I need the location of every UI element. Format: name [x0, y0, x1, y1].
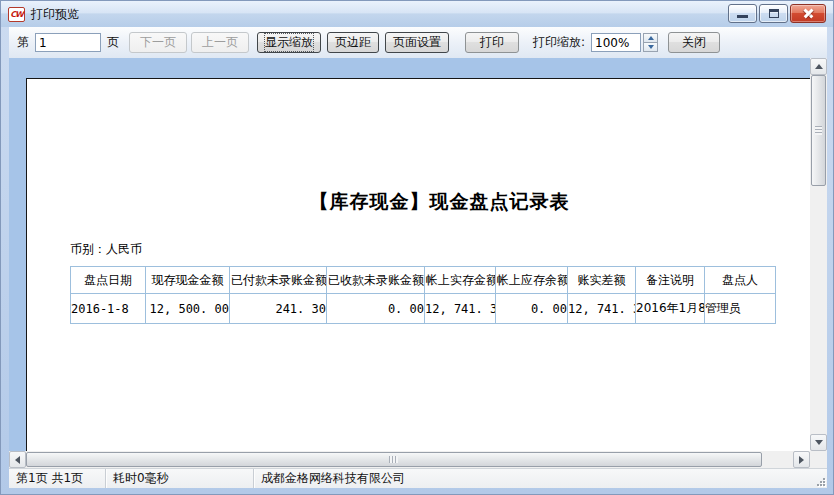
print-zoom-label: 打印缩放:	[533, 34, 585, 51]
spin-up-icon	[648, 36, 654, 40]
scrollbar-corner	[810, 451, 827, 468]
minimize-icon	[737, 15, 748, 18]
col-header: 已付款未录账金额	[230, 267, 327, 294]
col-header: 盘点日期	[71, 267, 146, 294]
vertical-scrollbar-thumb[interactable]	[811, 75, 826, 186]
vertical-scrollbar[interactable]	[810, 58, 827, 451]
cell-inventory-person: 管理员	[705, 294, 776, 324]
table-header-row: 盘点日期 现存现金金额 已付款未录账金额 已收款未录账金额 帐上实存金额 帐上应…	[71, 267, 776, 294]
col-header: 帐上实存金额	[425, 267, 496, 294]
cell-book-expected: 0. 00	[496, 294, 568, 324]
scroll-up-icon	[815, 64, 823, 69]
spin-down-icon	[648, 45, 654, 49]
close-icon	[802, 8, 815, 19]
cell-cash-on-hand: 12, 500. 00	[146, 294, 230, 324]
cell-remark: 2016年1月8日	[636, 294, 705, 324]
horizontal-scrollbar-thumb[interactable]	[26, 452, 762, 467]
scroll-down-icon	[815, 440, 823, 445]
spin-up-button[interactable]	[643, 33, 658, 43]
col-header: 帐上应存余额	[496, 267, 568, 294]
spin-down-button[interactable]	[643, 43, 658, 52]
status-company: 成都金格网络科技有限公司	[254, 469, 827, 488]
page-number-suffix-label: 页	[107, 34, 119, 51]
scroll-up-button[interactable]	[810, 58, 827, 75]
close-button[interactable]	[790, 4, 826, 23]
page-margins-button[interactable]: 页边距	[327, 32, 379, 53]
resize-grip[interactable]	[815, 476, 825, 486]
preview-viewport: 【库存现金】现金盘点记录表 币别：人民币 盘点日期 现存现金金额 已付款未录账金…	[9, 58, 827, 451]
statusbar: 第1页 共1页 耗时0毫秒 成都金格网络科技有限公司	[9, 468, 827, 488]
company-name: 成都金格网络科技有限公司	[261, 470, 405, 487]
currency-label: 币别：人民币	[70, 241, 142, 258]
page-setup-button[interactable]: 页面设置	[385, 32, 449, 53]
col-header: 已收款未录账金额	[327, 267, 425, 294]
scroll-left-button[interactable]	[9, 451, 26, 468]
window-title: 打印预览	[31, 6, 79, 23]
app-logo-icon: CW	[8, 7, 25, 22]
cell-inventory-date: 2016-1-8	[71, 294, 146, 324]
titlebar[interactable]: CW 打印预览	[1, 1, 833, 27]
maximize-icon	[769, 9, 779, 18]
scroll-right-button[interactable]	[793, 451, 810, 468]
page-number-input[interactable]	[35, 33, 101, 52]
scroll-right-icon	[799, 456, 804, 464]
next-page-button: 下一页	[129, 32, 187, 53]
print-button[interactable]: 打印	[465, 32, 519, 53]
window-controls	[728, 4, 826, 23]
col-header: 账实差额	[568, 267, 636, 294]
col-header: 盘点人	[705, 267, 776, 294]
scroll-down-button[interactable]	[810, 434, 827, 451]
toolbar: 第 页 下一页 上一页 显示缩放 页边距 页面设置 打印 打印缩放: 关闭	[9, 27, 827, 58]
cell-received-unrecorded: 0. 00	[327, 294, 425, 324]
col-header: 现存现金金额	[146, 267, 230, 294]
display-zoom-button[interactable]: 显示缩放	[257, 32, 321, 53]
horizontal-scrollbar-row	[9, 451, 827, 468]
minimize-button[interactable]	[728, 4, 757, 23]
prev-page-button: 上一页	[191, 32, 249, 53]
cell-difference: 12, 741. 30	[568, 294, 636, 324]
report-title: 【库存现金】现金盘点记录表	[27, 189, 810, 215]
cell-book-actual: 12, 741. 30	[425, 294, 496, 324]
inventory-table: 盘点日期 现存现金金额 已付款未录账金额 已收款未录账金额 帐上实存金额 帐上应…	[70, 266, 776, 324]
horizontal-scrollbar[interactable]	[9, 451, 810, 468]
page-number-prefix-label: 第	[17, 34, 29, 51]
cell-paid-unrecorded: 241. 30	[230, 294, 327, 324]
document-page: 【库存现金】现金盘点记录表 币别：人民币 盘点日期 现存现金金额 已付款未录账金…	[26, 78, 810, 451]
close-preview-button[interactable]: 关闭	[668, 32, 720, 53]
print-zoom-stepper	[643, 33, 658, 52]
col-header: 备注说明	[636, 267, 705, 294]
status-elapsed-time: 耗时0毫秒	[106, 469, 254, 488]
status-page-info: 第1页 共1页	[9, 469, 106, 488]
maximize-button[interactable]	[759, 4, 788, 23]
print-preview-window: CW 打印预览 第 页 下一页 上一页 显示缩放 页边距 页面设置 打印 打印缩…	[0, 0, 834, 495]
print-zoom-input[interactable]	[591, 33, 641, 52]
scroll-left-icon	[15, 456, 20, 464]
table-row: 2016-1-8 12, 500. 00 241. 30 0. 00 12, 7…	[71, 294, 776, 324]
